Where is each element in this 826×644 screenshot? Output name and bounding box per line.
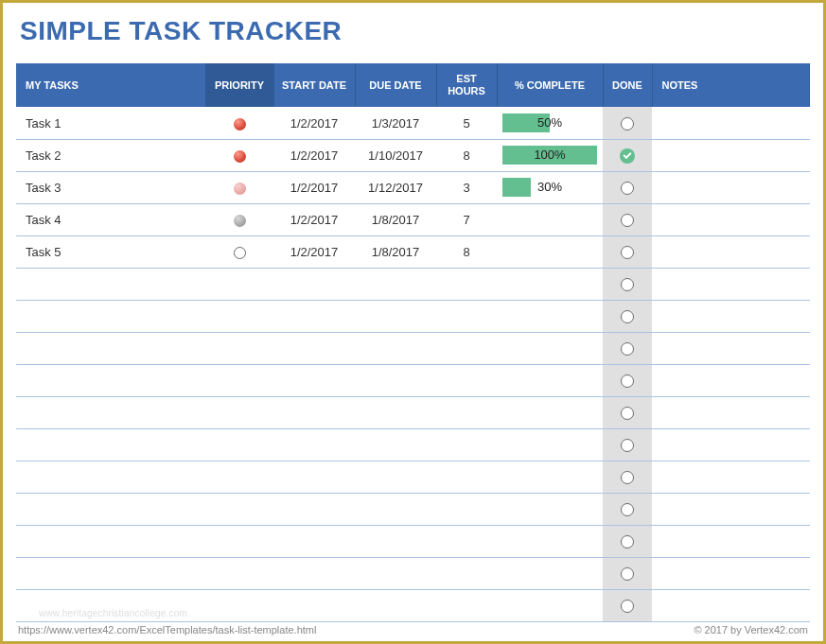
task-name-cell[interactable]: Task 5 (16, 235, 205, 268)
start-date-cell[interactable] (273, 428, 355, 461)
pct-complete-cell[interactable]: 30% (497, 171, 603, 203)
notes-cell[interactable] (652, 171, 810, 203)
due-date-cell[interactable] (355, 332, 436, 364)
start-date-cell[interactable] (273, 461, 355, 493)
done-radio-icon[interactable] (621, 471, 634, 484)
pct-complete-cell[interactable] (497, 235, 603, 268)
start-date-cell[interactable]: 1/2/2017 (273, 107, 355, 139)
due-date-cell[interactable] (355, 300, 436, 332)
done-cell[interactable] (603, 461, 652, 493)
pct-complete-cell[interactable] (497, 396, 603, 428)
est-hours-cell[interactable] (436, 493, 497, 525)
done-cell[interactable] (603, 171, 652, 203)
pct-complete-cell[interactable] (497, 461, 603, 493)
done-radio-icon[interactable] (621, 342, 634, 356)
start-date-cell[interactable] (273, 364, 355, 396)
task-name-cell[interactable]: Task 1 (16, 107, 205, 139)
priority-cell[interactable] (205, 493, 273, 525)
start-date-cell[interactable]: 1/2/2017 (273, 235, 355, 268)
priority-cell[interactable] (205, 428, 273, 461)
start-date-cell[interactable] (273, 525, 355, 557)
task-name-cell[interactable] (16, 428, 205, 461)
due-date-cell[interactable]: 1/12/2017 (355, 171, 436, 203)
done-cell[interactable] (603, 493, 652, 525)
start-date-cell[interactable] (273, 268, 355, 300)
done-radio-icon[interactable] (621, 439, 634, 452)
done-cell[interactable] (603, 139, 652, 171)
start-date-cell[interactable] (273, 300, 355, 332)
priority-cell[interactable] (205, 364, 273, 396)
task-name-cell[interactable] (16, 396, 205, 428)
done-checked-icon[interactable] (620, 148, 635, 164)
priority-cell[interactable] (205, 139, 273, 171)
task-name-cell[interactable] (16, 364, 205, 396)
done-radio-icon[interactable] (621, 535, 634, 548)
notes-cell[interactable] (652, 203, 810, 235)
est-hours-cell[interactable]: 5 (436, 107, 497, 139)
notes-cell[interactable] (652, 107, 810, 139)
est-hours-cell[interactable] (436, 461, 497, 493)
start-date-cell[interactable] (273, 396, 355, 428)
pct-complete-cell[interactable]: 50% (497, 107, 603, 139)
done-radio-icon[interactable] (621, 374, 634, 388)
due-date-cell[interactable] (355, 428, 436, 461)
priority-cell[interactable] (205, 461, 273, 493)
est-hours-cell[interactable]: 3 (436, 171, 497, 203)
due-date-cell[interactable]: 1/3/2017 (355, 107, 436, 139)
due-date-cell[interactable]: 1/8/2017 (355, 203, 436, 235)
est-hours-cell[interactable]: 8 (436, 235, 497, 268)
done-cell[interactable] (603, 332, 652, 364)
est-hours-cell[interactable] (436, 364, 497, 396)
task-name-cell[interactable] (16, 557, 205, 589)
done-cell[interactable] (603, 235, 652, 268)
priority-cell[interactable] (205, 268, 273, 300)
due-date-cell[interactable] (355, 493, 436, 525)
task-name-cell[interactable] (16, 332, 205, 364)
due-date-cell[interactable] (355, 461, 436, 493)
done-radio-icon[interactable] (621, 567, 634, 581)
due-date-cell[interactable]: 1/10/2017 (355, 139, 436, 171)
done-cell[interactable] (603, 396, 652, 428)
task-name-cell[interactable] (16, 268, 205, 300)
notes-cell[interactable] (652, 461, 810, 493)
priority-cell[interactable] (205, 107, 273, 139)
pct-complete-cell[interactable] (497, 332, 603, 364)
done-radio-icon[interactable] (621, 503, 634, 516)
start-date-cell[interactable]: 1/2/2017 (273, 139, 355, 171)
done-cell[interactable] (603, 428, 652, 461)
est-hours-cell[interactable] (436, 525, 497, 557)
est-hours-cell[interactable] (436, 300, 497, 332)
done-cell[interactable] (603, 107, 652, 139)
pct-complete-cell[interactable] (497, 203, 603, 235)
task-name-cell[interactable] (16, 300, 205, 332)
task-name-cell[interactable] (16, 461, 205, 493)
done-cell[interactable] (603, 525, 652, 557)
done-cell[interactable] (603, 268, 652, 300)
done-radio-icon[interactable] (621, 310, 634, 323)
done-cell[interactable] (603, 300, 652, 332)
task-name-cell[interactable]: Task 3 (16, 171, 205, 203)
done-radio-icon[interactable] (621, 278, 634, 291)
pct-complete-cell[interactable] (497, 557, 603, 589)
est-hours-cell[interactable] (436, 332, 497, 364)
pct-complete-cell[interactable] (497, 525, 603, 557)
start-date-cell[interactable] (273, 493, 355, 525)
priority-cell[interactable] (205, 171, 273, 203)
task-name-cell[interactable] (16, 493, 205, 525)
notes-cell[interactable] (652, 364, 810, 396)
task-name-cell[interactable]: Task 2 (16, 139, 205, 171)
done-cell[interactable] (603, 203, 652, 235)
notes-cell[interactable] (652, 300, 810, 332)
priority-cell[interactable] (205, 396, 273, 428)
est-hours-cell[interactable] (436, 268, 497, 300)
est-hours-cell[interactable] (436, 428, 497, 461)
due-date-cell[interactable] (355, 557, 436, 589)
due-date-cell[interactable] (355, 364, 436, 396)
notes-cell[interactable] (652, 557, 810, 589)
done-cell[interactable] (603, 557, 652, 589)
done-radio-icon[interactable] (621, 214, 634, 227)
est-hours-cell[interactable] (436, 557, 497, 589)
pct-complete-cell[interactable] (497, 493, 603, 525)
priority-cell[interactable] (205, 235, 273, 268)
task-name-cell[interactable] (16, 525, 205, 557)
